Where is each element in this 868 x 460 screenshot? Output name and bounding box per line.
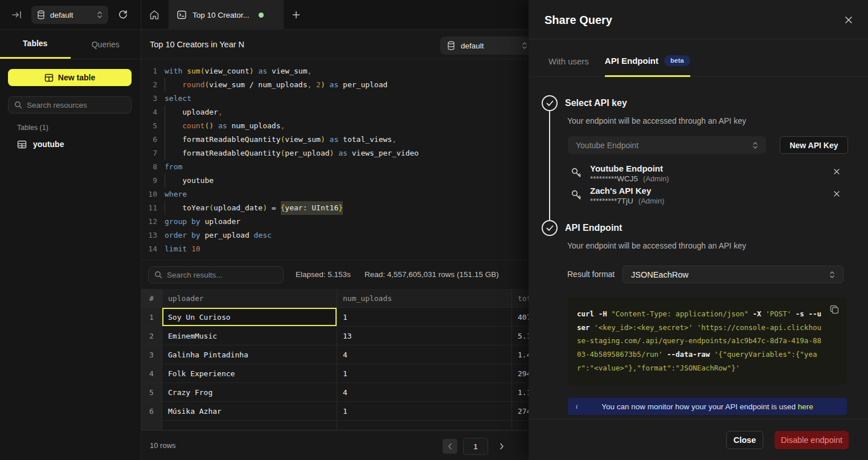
results-toolbar: Search results... Elapsed: 5.153s Read: … [141,260,529,289]
collapse-sidebar-icon[interactable] [11,10,23,20]
chevron-up-down-icon [97,10,103,19]
code-line[interactable]: 13order by per_upload desc [141,229,529,242]
code-line[interactable]: 7 formatReadableQuantity(per_upload) as … [141,146,529,160]
next-page-button[interactable] [494,439,509,454]
monitor-info-banner: i You can now monitor how your your API … [568,398,847,415]
sidebar: Tables Queries New table Search resource… [0,30,141,460]
code-line[interactable]: 6 formatReadableQuantity(view_sum) as to… [141,133,529,146]
code-line[interactable]: 8from [141,160,529,174]
line-number: 5 [146,119,157,133]
close-icon[interactable] [844,15,854,26]
num-uploads-cell[interactable]: 1 [337,402,512,421]
disable-endpoint-button[interactable]: Disable endpoint [775,431,849,449]
search-results-input[interactable]: Search results... [148,266,284,283]
col-header-num-uploads[interactable]: num_uploads [337,289,512,308]
sidebar-item-youtube[interactable]: youtube [13,136,132,153]
curl-command-block[interactable]: curl -H "Content-Type: application/json"… [568,297,847,385]
new-tab-icon[interactable] [289,9,303,21]
unsaved-changes-dot [259,13,264,18]
uploader-cell[interactable]: Soy Un Curioso [162,308,337,327]
sql-editor[interactable]: 1with sum(view_count) as view_sum,2 roun… [141,59,529,260]
row-index-cell[interactable]: 5 [141,383,162,402]
api-key-item: Youtube Endpoint*********WCJ5(Admin) [568,162,848,185]
query-tab[interactable]: Top 10 Creator... [169,0,283,30]
code-line[interactable]: 4 uploader, [141,105,529,119]
search-icon [154,271,162,279]
new-table-button[interactable]: New table [8,69,132,86]
share-panel-header: Share Query [529,0,868,39]
database-icon [37,10,45,19]
share-query-panel: Share Query With users API Endpoint beta… [529,0,868,460]
new-api-key-button[interactable]: New API Key [780,136,848,154]
result-format-select[interactable]: JSONEachRow [623,266,844,283]
code-line[interactable]: 12group by uploader [141,215,529,229]
row-index-cell[interactable]: 2 [141,327,162,345]
share-panel-tabs: With users API Endpoint beta [529,39,868,77]
home-icon[interactable] [149,9,160,21]
row-index-cell[interactable]: 4 [141,364,162,383]
tab-api-endpoint[interactable]: API Endpoint beta [605,55,690,78]
tab-divider [283,0,284,30]
col-header-index[interactable]: # [141,289,162,308]
uploader-cell[interactable]: Galinha Pintadinha [162,345,337,364]
code-line[interactable]: 9 youtube [141,174,529,188]
api-key-select[interactable]: Youtube Endpoint [568,136,766,154]
close-button[interactable]: Close [726,431,763,449]
line-number: 4 [146,105,157,119]
query-title: Top 10 Creators in Year N [150,40,244,49]
code-line[interactable]: 2 round(view_sum / num_uploads, 2) as pe… [141,78,529,92]
page-number-input[interactable]: 1 [463,438,488,455]
new-table-label: New table [58,73,95,82]
api-key-masked: *********WCJ5(Admin) [590,174,669,183]
tab-tables[interactable]: Tables [0,30,71,59]
refresh-icon[interactable] [117,9,129,21]
api-key-item: Zach's API Key*********7TjU(Admin) [568,185,848,207]
beta-badge: beta [664,55,690,67]
banner-here-link[interactable]: here [798,402,813,411]
remove-key-icon[interactable] [833,190,841,198]
code-line[interactable]: 3select [141,92,529,105]
chevron-up-down-icon [829,270,835,279]
tab-queries[interactable]: Queries [71,30,141,59]
topbar-database-selector[interactable]: default [31,6,108,24]
previous-page-button[interactable] [443,439,457,454]
tab-api-endpoint-label: API Endpoint [605,56,658,66]
search-icon [14,101,22,109]
row-index-cell[interactable]: 1 [141,308,162,327]
tab-with-users[interactable]: With users [548,56,589,77]
stepper-connector [549,111,550,220]
editor-database-selector[interactable]: default [440,36,534,55]
row-index-cell[interactable]: 3 [141,345,162,364]
uploader-cell[interactable]: EminemMusic [162,327,337,345]
search-resources-input[interactable]: Search resources [8,96,132,113]
read-stat: Read: 4,557,605,031 rows (151.15 GB) [365,270,499,279]
num-uploads-cell[interactable]: 1 [337,364,512,383]
line-number: 2 [146,78,157,92]
step-1-check-icon [542,95,558,111]
api-endpoint-title: API Endpoint [565,223,622,233]
num-uploads-cell[interactable]: 4 [337,383,512,402]
topbar-divider [141,0,141,30]
num-uploads-cell[interactable]: 1 [337,308,512,327]
key-icon [570,189,583,202]
line-number: 14 [146,242,157,256]
code-line[interactable]: 14limit 10 [141,242,529,256]
step-2-check-icon [542,220,558,236]
row-index-cell[interactable]: 6 [141,402,162,421]
api-endpoint-description: Your endpoint will be accessed through a… [567,241,746,250]
uploader-cell[interactable]: Músika Azhar [162,402,337,421]
code-line[interactable]: 10where [141,188,529,201]
col-header-uploader[interactable]: uploader [162,289,337,308]
uploader-cell[interactable]: Crazy Frog [162,383,337,402]
copy-icon[interactable] [829,304,840,315]
num-uploads-cell[interactable]: 13 [337,327,512,345]
num-uploads-cell[interactable]: 4 [337,345,512,364]
curl-command-text: curl -H "Content-Type: application/json"… [577,310,821,372]
code-line[interactable]: 1with sum(view_count) as view_sum, [141,64,529,78]
code-line[interactable]: 5 count() as num_uploads, [141,119,529,133]
code-line[interactable]: 11 toYear(upload_date) = {year: UInt16} [141,201,529,215]
remove-key-icon[interactable] [833,168,841,176]
table-name: youtube [33,140,64,149]
uploader-cell[interactable]: Folk Experience [162,364,337,383]
search-resources-placeholder: Search resources [27,101,87,109]
